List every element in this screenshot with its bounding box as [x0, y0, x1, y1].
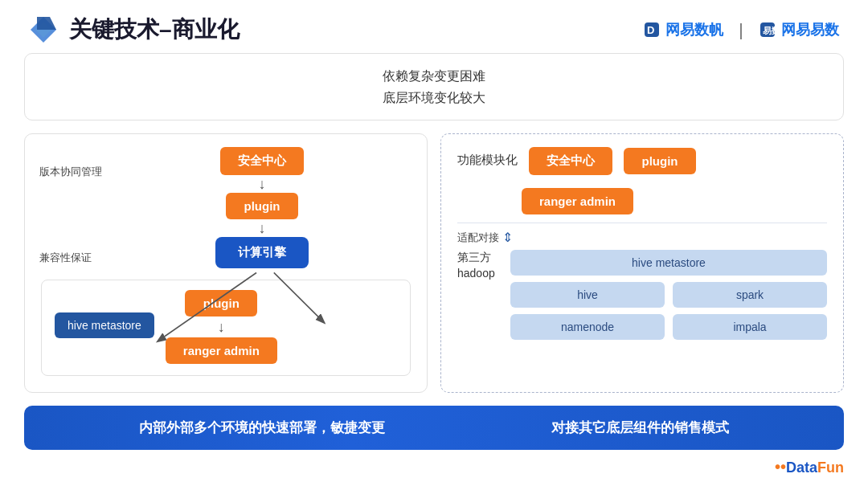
adapt-label: 适配对接 ⇕	[457, 230, 827, 245]
left-plugin2-btn: plugin	[185, 290, 257, 317]
function-module-label: 功能模块化	[457, 153, 518, 168]
right-namenode-btn: namenode	[510, 314, 665, 340]
inner-box-row: hive metastore plugin ↓ ranger admin	[55, 290, 397, 364]
right-ranger-admin-btn: ranger admin	[522, 188, 633, 214]
logo-wangyi-yishu: 易数 网易易数	[759, 20, 839, 39]
left-column: 版本协同管理 兼容性保证 安全中心 ↓ plugin ↓ 计算引擎 hive m…	[24, 133, 428, 393]
datafun-data-text: Data	[786, 459, 817, 476]
adapt-arrows-icon: ⇕	[502, 230, 513, 245]
diamond-icon	[29, 15, 58, 44]
banner-text-left: 内部外部多个环境的快速部署，敏捷变更	[139, 419, 385, 437]
arrow2: ↓	[259, 221, 266, 235]
datafun-logo: ••DataFun	[775, 458, 844, 476]
logo-d-icon: D	[643, 21, 661, 39]
right-hive-spark-row: hive spark	[510, 282, 827, 308]
hive-metastore-btn: hive metastore	[55, 312, 154, 338]
banner-text-right: 对接其它底层组件的销售模式	[551, 419, 729, 437]
dependency-line1: 依赖复杂变更困难	[41, 65, 827, 87]
arrow1: ↓	[259, 177, 266, 191]
svg-text:易数: 易数	[763, 26, 776, 35]
left-security-center-btn: 安全中心	[220, 147, 304, 175]
compat-label: 兼容性保证	[39, 251, 92, 265]
dependency-box: 依赖复杂变更困难 底层环境变化较大	[24, 53, 844, 120]
header-left: 关键技术–商业化	[29, 14, 240, 45]
svg-text:D: D	[647, 24, 654, 36]
version-label: 版本协同管理	[39, 165, 102, 179]
logo-wangyi-shuafan: D 网易数帆	[643, 20, 723, 39]
arrow3: ↓	[218, 320, 225, 334]
svg-marker-2	[37, 17, 56, 30]
right-top-row: 安全中心 plugin	[529, 147, 696, 175]
header: 关键技术–商业化 D 网易数帆 ｜ 易数 网易易数	[0, 0, 868, 53]
third-party-section: 第三方 hadoop hive metastore hive spark nam…	[457, 250, 827, 346]
left-inner-box: hive metastore plugin ↓ ranger admin	[41, 280, 411, 376]
calc-engine-btn: 计算引擎	[215, 237, 309, 268]
right-top-section: 功能模块化 安全中心 plugin	[457, 147, 827, 182]
third-party-label: 第三方 hadoop	[457, 250, 502, 281]
right-grid: hive metastore hive spark namenode impal…	[510, 250, 827, 346]
right-spark-btn: spark	[673, 282, 827, 308]
header-logo: D 网易数帆 ｜ 易数 网易易数	[643, 19, 839, 41]
right-security-center-btn: 安全中心	[529, 147, 612, 175]
right-plugin-btn: plugin	[624, 148, 696, 174]
right-divider	[457, 223, 827, 223]
inner-box-right: plugin ↓ ranger admin	[166, 290, 277, 364]
page-title: 关键技术–商业化	[69, 14, 240, 45]
datafun-fun-text: Fun	[817, 459, 844, 476]
right-hive-btn: hive	[510, 282, 665, 308]
right-second-row: ranger admin	[522, 188, 827, 214]
logo-separator: ｜	[733, 19, 749, 41]
right-column: 功能模块化 安全中心 plugin ranger admin 适配对接 ⇕ 第三…	[440, 133, 844, 393]
left-top-stack: 安全中心 ↓ plugin ↓ 计算引擎	[113, 147, 411, 268]
right-impala-btn: impala	[673, 314, 827, 340]
right-namenode-impala-row: namenode impala	[510, 314, 827, 340]
left-ranger-admin-btn: ranger admin	[166, 337, 277, 364]
bottom-banner: 内部外部多个环境的快速部署，敏捷变更 对接其它底层组件的销售模式	[24, 406, 844, 450]
two-columns: 版本协同管理 兼容性保证 安全中心 ↓ plugin ↓ 计算引擎 hive m…	[24, 133, 844, 393]
main-content: 依赖复杂变更困难 底层环境变化较大 版本协同管理 兼容性保证 安全中心 ↓ pl…	[0, 53, 868, 450]
left-plugin1-btn: plugin	[226, 193, 298, 219]
right-hive-metastore-btn: hive metastore	[510, 250, 827, 276]
logo-d2-icon: 易数	[759, 21, 776, 39]
dependency-line2: 底层环境变化较大	[41, 87, 827, 108]
